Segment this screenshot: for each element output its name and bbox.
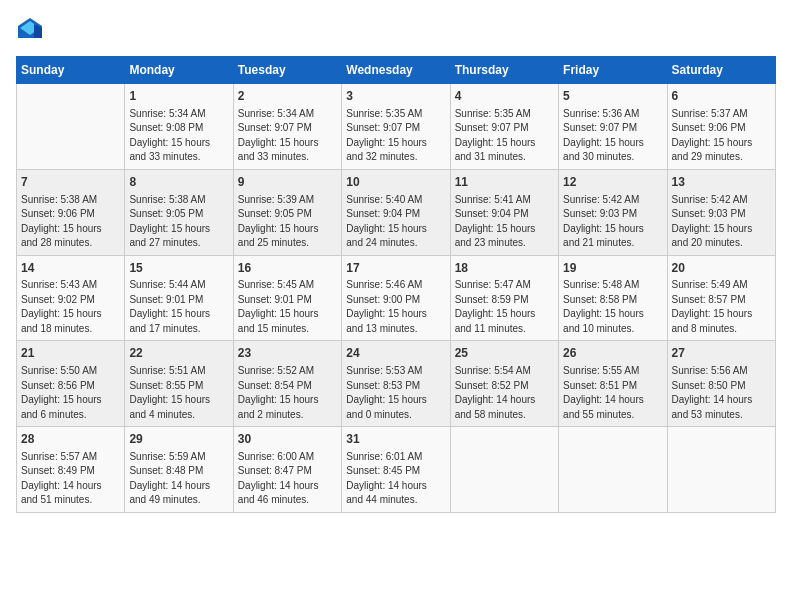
- day-number: 8: [129, 174, 228, 191]
- calendar-cell: 21Sunrise: 5:50 AM Sunset: 8:56 PM Dayli…: [17, 341, 125, 427]
- calendar-cell: 1Sunrise: 5:34 AM Sunset: 9:08 PM Daylig…: [125, 84, 233, 170]
- calendar-cell: [17, 84, 125, 170]
- day-content: Sunrise: 5:53 AM Sunset: 8:53 PM Dayligh…: [346, 364, 445, 422]
- calendar-week-4: 21Sunrise: 5:50 AM Sunset: 8:56 PM Dayli…: [17, 341, 776, 427]
- page-header: [16, 16, 776, 44]
- calendar-cell: 22Sunrise: 5:51 AM Sunset: 8:55 PM Dayli…: [125, 341, 233, 427]
- day-number: 10: [346, 174, 445, 191]
- day-content: Sunrise: 5:36 AM Sunset: 9:07 PM Dayligh…: [563, 107, 662, 165]
- day-content: Sunrise: 5:35 AM Sunset: 9:07 PM Dayligh…: [346, 107, 445, 165]
- calendar-cell: 20Sunrise: 5:49 AM Sunset: 8:57 PM Dayli…: [667, 255, 775, 341]
- calendar-week-5: 28Sunrise: 5:57 AM Sunset: 8:49 PM Dayli…: [17, 427, 776, 513]
- logo: [16, 16, 48, 44]
- calendar-cell: 31Sunrise: 6:01 AM Sunset: 8:45 PM Dayli…: [342, 427, 450, 513]
- day-number: 19: [563, 260, 662, 277]
- day-number: 9: [238, 174, 337, 191]
- day-number: 31: [346, 431, 445, 448]
- day-number: 15: [129, 260, 228, 277]
- calendar-cell: 14Sunrise: 5:43 AM Sunset: 9:02 PM Dayli…: [17, 255, 125, 341]
- calendar-cell: 25Sunrise: 5:54 AM Sunset: 8:52 PM Dayli…: [450, 341, 558, 427]
- day-content: Sunrise: 5:42 AM Sunset: 9:03 PM Dayligh…: [563, 193, 662, 251]
- day-number: 1: [129, 88, 228, 105]
- calendar-cell: 4Sunrise: 5:35 AM Sunset: 9:07 PM Daylig…: [450, 84, 558, 170]
- day-number: 27: [672, 345, 771, 362]
- calendar-cell: 8Sunrise: 5:38 AM Sunset: 9:05 PM Daylig…: [125, 169, 233, 255]
- day-content: Sunrise: 5:52 AM Sunset: 8:54 PM Dayligh…: [238, 364, 337, 422]
- calendar-cell: 24Sunrise: 5:53 AM Sunset: 8:53 PM Dayli…: [342, 341, 450, 427]
- day-content: Sunrise: 5:44 AM Sunset: 9:01 PM Dayligh…: [129, 278, 228, 336]
- calendar-cell: 13Sunrise: 5:42 AM Sunset: 9:03 PM Dayli…: [667, 169, 775, 255]
- day-header-sunday: Sunday: [17, 57, 125, 84]
- day-content: Sunrise: 5:50 AM Sunset: 8:56 PM Dayligh…: [21, 364, 120, 422]
- calendar-cell: 17Sunrise: 5:46 AM Sunset: 9:00 PM Dayli…: [342, 255, 450, 341]
- day-number: 21: [21, 345, 120, 362]
- day-content: Sunrise: 6:00 AM Sunset: 8:47 PM Dayligh…: [238, 450, 337, 508]
- calendar-header: SundayMondayTuesdayWednesdayThursdayFrid…: [17, 57, 776, 84]
- day-number: 2: [238, 88, 337, 105]
- calendar-cell: 5Sunrise: 5:36 AM Sunset: 9:07 PM Daylig…: [559, 84, 667, 170]
- day-content: Sunrise: 5:46 AM Sunset: 9:00 PM Dayligh…: [346, 278, 445, 336]
- calendar-cell: [667, 427, 775, 513]
- day-content: Sunrise: 5:43 AM Sunset: 9:02 PM Dayligh…: [21, 278, 120, 336]
- day-number: 13: [672, 174, 771, 191]
- calendar-cell: 18Sunrise: 5:47 AM Sunset: 8:59 PM Dayli…: [450, 255, 558, 341]
- day-content: Sunrise: 5:48 AM Sunset: 8:58 PM Dayligh…: [563, 278, 662, 336]
- day-number: 14: [21, 260, 120, 277]
- day-number: 24: [346, 345, 445, 362]
- day-content: Sunrise: 5:41 AM Sunset: 9:04 PM Dayligh…: [455, 193, 554, 251]
- day-number: 30: [238, 431, 337, 448]
- day-content: Sunrise: 5:38 AM Sunset: 9:05 PM Dayligh…: [129, 193, 228, 251]
- day-content: Sunrise: 5:35 AM Sunset: 9:07 PM Dayligh…: [455, 107, 554, 165]
- calendar-week-3: 14Sunrise: 5:43 AM Sunset: 9:02 PM Dayli…: [17, 255, 776, 341]
- day-number: 29: [129, 431, 228, 448]
- calendar-cell: 6Sunrise: 5:37 AM Sunset: 9:06 PM Daylig…: [667, 84, 775, 170]
- calendar-cell: [450, 427, 558, 513]
- day-content: Sunrise: 5:40 AM Sunset: 9:04 PM Dayligh…: [346, 193, 445, 251]
- day-number: 16: [238, 260, 337, 277]
- calendar-cell: 9Sunrise: 5:39 AM Sunset: 9:05 PM Daylig…: [233, 169, 341, 255]
- calendar-cell: 11Sunrise: 5:41 AM Sunset: 9:04 PM Dayli…: [450, 169, 558, 255]
- calendar-cell: 19Sunrise: 5:48 AM Sunset: 8:58 PM Dayli…: [559, 255, 667, 341]
- day-number: 12: [563, 174, 662, 191]
- day-number: 25: [455, 345, 554, 362]
- calendar-cell: 23Sunrise: 5:52 AM Sunset: 8:54 PM Dayli…: [233, 341, 341, 427]
- day-content: Sunrise: 5:55 AM Sunset: 8:51 PM Dayligh…: [563, 364, 662, 422]
- day-number: 22: [129, 345, 228, 362]
- day-header-tuesday: Tuesday: [233, 57, 341, 84]
- day-content: Sunrise: 5:47 AM Sunset: 8:59 PM Dayligh…: [455, 278, 554, 336]
- day-number: 5: [563, 88, 662, 105]
- day-number: 4: [455, 88, 554, 105]
- calendar-cell: 7Sunrise: 5:38 AM Sunset: 9:06 PM Daylig…: [17, 169, 125, 255]
- calendar-cell: 12Sunrise: 5:42 AM Sunset: 9:03 PM Dayli…: [559, 169, 667, 255]
- day-header-friday: Friday: [559, 57, 667, 84]
- day-number: 23: [238, 345, 337, 362]
- day-content: Sunrise: 5:34 AM Sunset: 9:07 PM Dayligh…: [238, 107, 337, 165]
- day-header-wednesday: Wednesday: [342, 57, 450, 84]
- day-number: 6: [672, 88, 771, 105]
- calendar-cell: 30Sunrise: 6:00 AM Sunset: 8:47 PM Dayli…: [233, 427, 341, 513]
- day-content: Sunrise: 5:38 AM Sunset: 9:06 PM Dayligh…: [21, 193, 120, 251]
- calendar-cell: 2Sunrise: 5:34 AM Sunset: 9:07 PM Daylig…: [233, 84, 341, 170]
- day-header-monday: Monday: [125, 57, 233, 84]
- calendar-cell: 29Sunrise: 5:59 AM Sunset: 8:48 PM Dayli…: [125, 427, 233, 513]
- day-content: Sunrise: 5:39 AM Sunset: 9:05 PM Dayligh…: [238, 193, 337, 251]
- day-content: Sunrise: 5:57 AM Sunset: 8:49 PM Dayligh…: [21, 450, 120, 508]
- day-content: Sunrise: 5:37 AM Sunset: 9:06 PM Dayligh…: [672, 107, 771, 165]
- calendar-cell: 27Sunrise: 5:56 AM Sunset: 8:50 PM Dayli…: [667, 341, 775, 427]
- day-number: 11: [455, 174, 554, 191]
- day-number: 20: [672, 260, 771, 277]
- day-number: 26: [563, 345, 662, 362]
- day-content: Sunrise: 5:42 AM Sunset: 9:03 PM Dayligh…: [672, 193, 771, 251]
- day-content: Sunrise: 5:49 AM Sunset: 8:57 PM Dayligh…: [672, 278, 771, 336]
- day-content: Sunrise: 5:45 AM Sunset: 9:01 PM Dayligh…: [238, 278, 337, 336]
- day-content: Sunrise: 5:51 AM Sunset: 8:55 PM Dayligh…: [129, 364, 228, 422]
- calendar-cell: 28Sunrise: 5:57 AM Sunset: 8:49 PM Dayli…: [17, 427, 125, 513]
- day-number: 17: [346, 260, 445, 277]
- day-content: Sunrise: 5:59 AM Sunset: 8:48 PM Dayligh…: [129, 450, 228, 508]
- calendar-table: SundayMondayTuesdayWednesdayThursdayFrid…: [16, 56, 776, 513]
- day-number: 28: [21, 431, 120, 448]
- day-number: 7: [21, 174, 120, 191]
- day-content: Sunrise: 5:34 AM Sunset: 9:08 PM Dayligh…: [129, 107, 228, 165]
- calendar-cell: [559, 427, 667, 513]
- calendar-week-1: 1Sunrise: 5:34 AM Sunset: 9:08 PM Daylig…: [17, 84, 776, 170]
